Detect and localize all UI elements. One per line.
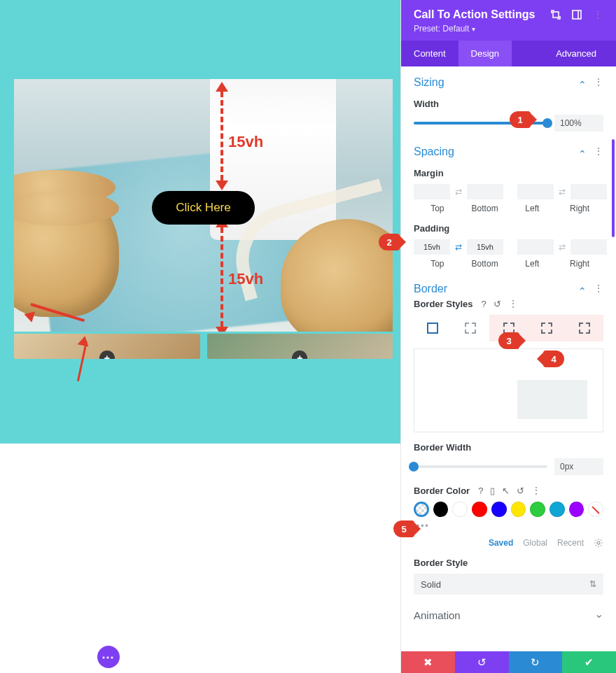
- gear-icon[interactable]: [594, 538, 603, 548]
- scrollbar-thumb[interactable]: [612, 139, 615, 237]
- cta-module[interactable]: Click Here: [14, 79, 393, 332]
- svg-rect-1: [573, 10, 581, 19]
- reset-icon[interactable]: ↺: [517, 486, 524, 496]
- preset-selector[interactable]: Preset: Default ▾: [414, 24, 603, 41]
- border-color-label: Border Color: [414, 486, 470, 496]
- link-icon[interactable]: ⇄: [450, 242, 467, 252]
- section-animation[interactable]: Animation: [401, 599, 616, 632]
- tab-advanced[interactable]: Advanced: [549, 41, 603, 66]
- builder-canvas: Click Here 15vh 15vh + + ⋯: [0, 0, 400, 673]
- margin-label: Margin: [414, 168, 603, 178]
- annotation-arrow: [73, 336, 101, 385]
- margin-bottom-input[interactable]: [467, 184, 503, 199]
- kebab-icon[interactable]: ⋮: [592, 9, 603, 20]
- width-label: Width: [414, 99, 603, 109]
- add-module-button[interactable]: +: [99, 350, 115, 359]
- border-style-left[interactable]: [566, 315, 603, 341]
- panel-footer: ✖ ↺ ↻ ✔: [401, 651, 616, 673]
- more-swatches-icon[interactable]: •••: [416, 521, 603, 531]
- side-label: Left: [509, 259, 556, 269]
- hover-icon[interactable]: ↖: [502, 486, 510, 496]
- help-icon[interactable]: ?: [482, 299, 486, 309]
- padding-top-input[interactable]: [414, 239, 450, 255]
- border-style-all[interactable]: [414, 315, 451, 341]
- builder-fab-button[interactable]: ⋯: [97, 646, 120, 668]
- tab-design[interactable]: Design: [458, 41, 512, 66]
- border-width-value-input[interactable]: 0px: [554, 458, 603, 475]
- reset-icon[interactable]: ↺: [493, 299, 501, 309]
- palette-tab-recent[interactable]: Recent: [557, 538, 584, 548]
- border-style-top[interactable]: [451, 315, 489, 341]
- width-value-input[interactable]: 100%: [554, 115, 603, 132]
- swatch-color[interactable]: [550, 502, 565, 517]
- swatch-color[interactable]: [472, 502, 487, 517]
- expand-icon[interactable]: [550, 9, 561, 20]
- side-label: Bottom: [461, 204, 509, 213]
- redo-button[interactable]: ↻: [509, 651, 563, 673]
- panel-body[interactable]: Sizing ⋮ Width 100% Spacing: [401, 66, 616, 651]
- border-preview: [414, 348, 603, 432]
- undo-button[interactable]: ↺: [455, 651, 509, 673]
- thumbnail-module[interactable]: +: [14, 334, 200, 359]
- swatch-color[interactable]: [433, 502, 449, 517]
- margin-right-input[interactable]: [570, 184, 607, 199]
- border-styles-label: Border Styles: [414, 299, 473, 309]
- save-button[interactable]: ✔: [562, 651, 616, 673]
- collapse-icon[interactable]: [578, 283, 587, 295]
- annotation-callout-3: 3: [498, 332, 519, 349]
- section-title-animation: Animation: [414, 609, 594, 621]
- margin-top-input[interactable]: [414, 184, 450, 199]
- kebab-icon[interactable]: ⋮: [594, 76, 603, 89]
- side-label: Top: [414, 204, 461, 213]
- kebab-icon[interactable]: ⋮: [531, 485, 541, 496]
- annotation-callout-5: 5: [393, 520, 414, 537]
- section-title-sizing[interactable]: Sizing: [414, 76, 578, 89]
- margin-inputs: ⇄ ⇄: [414, 184, 603, 199]
- kebab-icon[interactable]: ⋮: [594, 146, 603, 158]
- preset-label: Preset: Default: [414, 24, 469, 34]
- kebab-icon[interactable]: ⋮: [594, 283, 603, 295]
- svg-point-3: [597, 541, 600, 544]
- side-label: Right: [556, 204, 603, 213]
- swatch-none[interactable]: [588, 502, 603, 517]
- responsive-icon[interactable]: ▯: [490, 486, 495, 496]
- margin-left-input[interactable]: [517, 184, 554, 199]
- section-border: Border ⋮ Border Styles ? ↺ ⋮: [401, 273, 616, 599]
- padding-right-input[interactable]: [570, 239, 607, 255]
- padding-left-input[interactable]: [517, 239, 554, 255]
- side-label: Bottom: [461, 259, 509, 269]
- collapse-icon[interactable]: [578, 76, 587, 89]
- help-icon[interactable]: ?: [478, 486, 483, 496]
- swatch-color[interactable]: [511, 502, 526, 517]
- swatch-color[interactable]: [452, 502, 468, 517]
- side-label: Left: [509, 204, 556, 213]
- link-icon[interactable]: ⇄: [450, 187, 467, 197]
- thumbnail-module[interactable]: +: [207, 334, 393, 359]
- expand-icon[interactable]: [594, 609, 603, 622]
- palette-tab-global[interactable]: Global: [523, 538, 547, 548]
- swatch-color[interactable]: [569, 502, 584, 517]
- section-title-border[interactable]: Border: [414, 283, 578, 295]
- discard-button[interactable]: ✖: [401, 651, 455, 673]
- tab-content[interactable]: Content: [401, 41, 458, 66]
- dock-icon[interactable]: [571, 9, 582, 20]
- border-style-bottom[interactable]: [528, 315, 566, 341]
- link-icon[interactable]: ⇄: [554, 242, 570, 252]
- padding-bottom-input[interactable]: [467, 239, 503, 255]
- swatch-transparent[interactable]: [414, 502, 429, 517]
- swatch-color[interactable]: [530, 502, 545, 517]
- border-width-slider[interactable]: [414, 465, 547, 468]
- collapse-icon[interactable]: [578, 146, 587, 158]
- border-style-select[interactable]: Solid ⇅: [414, 574, 603, 595]
- kebab-icon[interactable]: ⋮: [508, 298, 518, 309]
- cta-button[interactable]: Click Here: [152, 191, 254, 225]
- add-module-button[interactable]: +: [292, 350, 307, 359]
- palette-tab-saved[interactable]: Saved: [489, 538, 513, 548]
- section-sizing: Sizing ⋮ Width 100%: [401, 66, 616, 136]
- swatch-color[interactable]: [491, 502, 507, 517]
- link-icon[interactable]: ⇄: [554, 187, 570, 197]
- section-title-spacing[interactable]: Spacing: [414, 146, 578, 158]
- annotation-callout-4: 4: [543, 350, 564, 367]
- panel-title: Call To Action Settings: [414, 8, 550, 21]
- annotation-callout-2: 2: [379, 234, 400, 250]
